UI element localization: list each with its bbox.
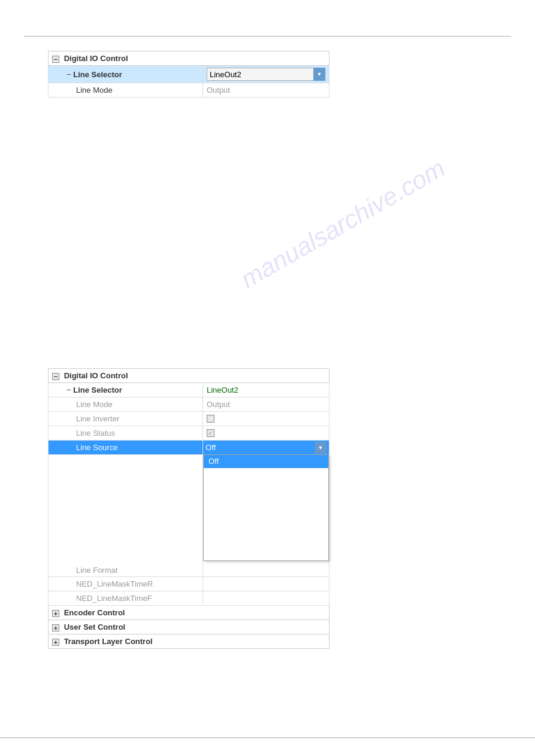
bottom-line-inverter-checkbox[interactable]	[207, 415, 214, 423]
top-section-label: Digital IO Control	[64, 54, 128, 63]
bottom-line-mode-label: Line Mode	[49, 397, 203, 412]
top-line-selector-value-cell: LineOut2 LineOut1 LineIn1 LineIn2	[202, 66, 329, 83]
bottom-line-selector-row: − Line Selector LineOut2	[49, 383, 330, 397]
bottom-line-status-value: ✓	[202, 426, 329, 441]
top-line-selector-select[interactable]: LineOut2 LineOut1 LineIn1 LineIn2	[207, 68, 325, 81]
option-exposure-active[interactable]: Exposure Active	[204, 494, 328, 508]
bottom-line-selector-text: Line Selector	[73, 385, 122, 394]
bottom-ned-linemask-timef-value	[202, 591, 329, 606]
bottom-line-format-label: Line Format	[49, 455, 203, 577]
bottom-ned-linemask-timer-value	[202, 577, 329, 591]
transport-layer-control-expand-icon[interactable]: +	[52, 639, 59, 646]
bottom-encoder-control-row: + Encoder Control	[49, 606, 330, 620]
bottom-line-status-checkbox-wrapper: ✓	[207, 429, 325, 437]
bottom-line-status-label: Line Status	[49, 426, 203, 441]
top-line-selector-row: − Line Selector LineOut2 LineOut1 LineIn…	[49, 66, 330, 83]
encoder-control-expand-icon[interactable]: +	[52, 610, 59, 617]
bottom-line-inverter-checkbox-wrapper	[207, 415, 325, 423]
top-line-selector-dropdown-wrapper: LineOut2 LineOut1 LineIn1 LineIn2	[207, 68, 325, 81]
top-collapse-icon[interactable]: −	[52, 56, 59, 63]
bottom-user-set-control-row: + User Set Control	[49, 620, 330, 634]
top-line-selector-text: Line Selector	[73, 70, 122, 79]
top-line-selector-label: − Line Selector	[49, 66, 203, 83]
bottom-line-status-row: Line Status ✓	[49, 426, 330, 441]
option-acquisition-active[interactable]: Acquisition Active	[204, 468, 328, 481]
option-linein1[interactable]: LineIn1	[204, 521, 328, 534]
top-line-mode-row: Line Mode Output	[49, 83, 330, 98]
transport-layer-control-label: Transport Layer Control	[64, 637, 153, 646]
bottom-line-source-label: Line Source	[49, 441, 203, 455]
top-section-header: − Digital IO Control	[49, 51, 330, 66]
bottom-line-inverter-row: Line Inverter	[49, 412, 330, 426]
bottom-section-label: Digital IO Control	[64, 371, 128, 380]
option-frame-active[interactable]: Frame Active	[204, 481, 328, 494]
bottom-ned-linemask-timer-label: NED_LineMaskTimeR	[49, 577, 203, 591]
bottom-section-header: − Digital IO Control	[49, 369, 330, 383]
bottom-line-inverter-value	[202, 412, 329, 426]
bottom-line-source-popup: Off Acquisition Active Frame Active Expo…	[203, 454, 329, 561]
watermark: manualsarchive.com	[236, 154, 451, 294]
bottom-line-source-dropdown-arrow[interactable]	[315, 442, 327, 454]
top-divider	[24, 36, 511, 37]
option-linein3[interactable]: LineIn3	[204, 547, 328, 560]
top-line-mode-value: Output	[202, 83, 329, 98]
bottom-line-source-dropdown-header[interactable]: Off	[203, 441, 329, 454]
bottom-line-source-selected-value: Off	[205, 443, 315, 452]
encoder-control-label: Encoder Control	[64, 608, 125, 617]
bottom-divider	[0, 737, 535, 738]
option-off[interactable]: Off	[204, 455, 328, 468]
option-linein2[interactable]: LineIn2	[204, 534, 328, 547]
panel-top: − Digital IO Control − Line Selector Lin…	[48, 51, 330, 98]
bottom-collapse-icon[interactable]: −	[52, 373, 59, 380]
bottom-ned-linemask-timer-row: NED_LineMaskTimeR	[49, 577, 330, 591]
bottom-line-source-value-cell: Off Off Acquisition Active Frame Active …	[202, 441, 329, 455]
bottom-line-selector-label: − Line Selector	[49, 383, 203, 397]
bottom-line-selector-value: LineOut2	[202, 383, 329, 397]
bottom-line-source-row: Line Source Off Off Acquisition Active F…	[49, 441, 330, 455]
bottom-line-status-checkbox[interactable]: ✓	[207, 429, 214, 437]
bottom-ned-linemask-timef-row: NED_LineMaskTimeF	[49, 591, 330, 606]
bottom-line-mode-value: Output	[202, 397, 329, 412]
user-set-control-label: User Set Control	[64, 623, 126, 631]
panel-bottom: − Digital IO Control − Line Selector Lin…	[48, 368, 330, 649]
top-line-selector-collapse[interactable]: −	[67, 70, 71, 79]
bottom-ned-linemask-timef-label: NED_LineMaskTimeF	[49, 591, 203, 606]
top-line-mode-label: Line Mode	[49, 83, 203, 98]
bottom-line-inverter-label: Line Inverter	[49, 412, 203, 426]
bottom-line-mode-row: Line Mode Output	[49, 397, 330, 412]
bottom-line-selector-collapse[interactable]: −	[67, 385, 71, 394]
bottom-transport-layer-control-row: + Transport Layer Control	[49, 634, 330, 649]
bottom-line-source-dropdown-wrapper: Off Off Acquisition Active Frame Active …	[203, 441, 329, 454]
bottom-control-table: − Digital IO Control − Line Selector Lin…	[48, 368, 330, 649]
user-set-control-expand-icon[interactable]: +	[52, 624, 59, 631]
top-control-table: − Digital IO Control − Line Selector Lin…	[48, 51, 330, 98]
option-encoder-1[interactable]: Encoder 1	[204, 508, 328, 521]
